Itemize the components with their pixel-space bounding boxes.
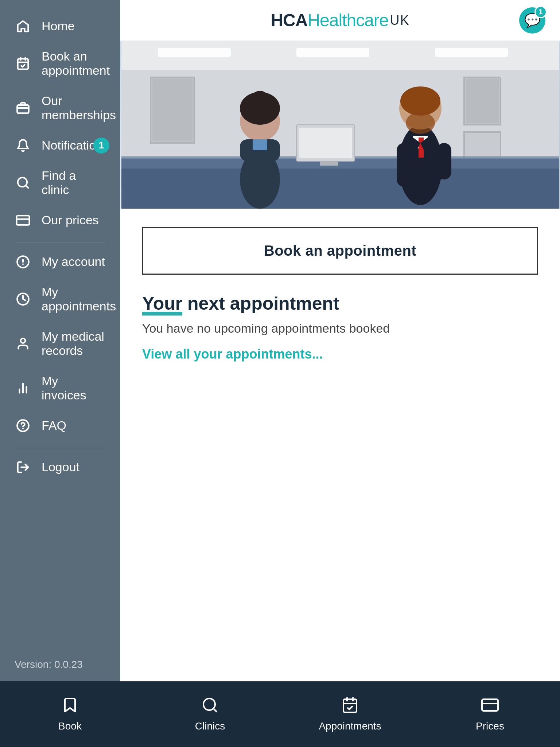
svg-rect-57 — [343, 699, 357, 712]
svg-rect-53 — [299, 128, 352, 158]
briefcase-icon — [15, 101, 31, 115]
sidebar-item-book-appointment[interactable]: Book an appointment — [0, 41, 120, 86]
svg-rect-24 — [158, 48, 231, 57]
sidebar-item-memberships[interactable]: Our memberships — [0, 86, 120, 130]
version-text: Version: 0.0.23 — [0, 648, 120, 681]
bell-icon — [15, 139, 31, 152]
nav-group-main: Home Book an appointment Our memberships — [0, 11, 120, 235]
sidebar-item-home-label: Home — [42, 19, 75, 33]
sidebar-item-my-account[interactable]: My account — [0, 247, 120, 277]
svg-rect-0 — [18, 59, 28, 69]
hero-svg — [120, 41, 560, 209]
content-area: Book an appointment Your next appointmen… — [120, 209, 560, 681]
svg-line-8 — [26, 185, 28, 188]
sidebar-item-faq-label: FAQ — [42, 418, 66, 433]
svg-rect-26 — [435, 48, 508, 57]
message-badge: 1 — [534, 6, 547, 18]
sidebar-item-book-appointment-label: Book an appointment — [42, 49, 110, 78]
bottom-nav-prices[interactable]: Prices — [420, 681, 560, 747]
sidebar-item-my-appointments[interactable]: My appointments — [0, 277, 120, 321]
bottom-nav-clinics[interactable]: Clinics — [140, 681, 280, 747]
sidebar-item-logout-label: Logout — [42, 460, 79, 474]
sidebar-item-my-invoices-label: My invoices — [42, 374, 106, 402]
logo-hca: HCA — [271, 10, 307, 30]
sidebar-item-my-account-label: My account — [42, 255, 105, 269]
bar-chart-icon — [15, 381, 31, 395]
nav-group-logout: Logout — [0, 452, 120, 482]
nav-divider-2 — [15, 448, 106, 448]
svg-rect-4 — [17, 105, 29, 113]
credit-card-icon — [15, 213, 31, 227]
svg-rect-34 — [121, 169, 559, 209]
search-icon — [15, 176, 31, 190]
question-circle-icon — [15, 419, 31, 433]
nav-divider-1 — [15, 243, 106, 243]
clock-circle-icon — [15, 292, 31, 306]
sidebar-item-our-prices[interactable]: Our prices — [0, 205, 120, 235]
user-medical-icon — [15, 337, 31, 351]
svg-point-45 — [406, 112, 435, 134]
bottom-nav-clinics-label: Clinics — [195, 720, 225, 732]
no-appointments-text: You have no upcoming appointments booked — [142, 321, 538, 336]
sidebar-item-my-medical-records[interactable]: My medical records — [0, 321, 120, 366]
svg-point-15 — [21, 338, 26, 343]
svg-rect-51 — [437, 143, 451, 179]
title-plain: next appointment — [182, 293, 339, 314]
svg-rect-54 — [320, 161, 338, 166]
bottom-nav-appointments-label: Appointments — [319, 720, 381, 732]
sidebar-item-find-clinic[interactable]: Find a clinic — [0, 160, 120, 205]
nav-group-account: My account My appointments My medical re… — [0, 247, 120, 441]
hero-image — [120, 41, 560, 209]
logo-healthcare: Healthcare — [307, 10, 388, 30]
sidebar: Home Book an appointment Our memberships — [0, 0, 120, 681]
sidebar-item-my-medical-records-label: My medical records — [42, 329, 106, 358]
bookmark-icon — [61, 696, 79, 717]
sidebar-item-my-invoices[interactable]: My invoices — [0, 366, 120, 410]
sidebar-item-logout[interactable]: Logout — [0, 452, 120, 482]
view-all-appointments-link[interactable]: View all your appointments... — [142, 347, 323, 361]
title-highlight: Your — [142, 293, 182, 314]
next-appointment-title: Your next appointment — [142, 293, 538, 314]
svg-rect-9 — [17, 216, 30, 225]
svg-point-39 — [250, 91, 270, 111]
logout-icon — [15, 460, 31, 474]
bottom-nav-appointments[interactable]: Appointments — [280, 681, 420, 747]
svg-rect-31 — [466, 79, 499, 123]
prices-credit-card-icon — [481, 696, 499, 717]
sidebar-item-memberships-label: Our memberships — [42, 94, 116, 122]
message-button[interactable]: 💬 1 — [519, 7, 545, 34]
notifications-badge: 1 — [93, 138, 109, 154]
svg-line-56 — [213, 708, 217, 712]
svg-rect-61 — [482, 699, 498, 711]
bottom-nav-book[interactable]: Book — [0, 681, 140, 747]
sidebar-item-faq[interactable]: FAQ — [0, 410, 120, 441]
home-icon — [15, 19, 31, 33]
sidebar-nav: Home Book an appointment Our memberships — [0, 0, 120, 648]
sidebar-item-my-appointments-label: My appointments — [42, 285, 116, 313]
main-content: HCA Healthcare UK 💬 1 — [120, 0, 560, 681]
bottom-nav-book-label: Book — [58, 720, 82, 732]
app-header: HCA Healthcare UK 💬 1 — [120, 0, 560, 41]
bottom-nav: Book Clinics Appointments Prices — [0, 681, 560, 747]
svg-rect-50 — [397, 143, 411, 187]
logo-uk: UK — [390, 13, 410, 28]
svg-rect-41 — [253, 139, 267, 150]
svg-point-44 — [400, 86, 440, 116]
sidebar-item-notifications[interactable]: Notifications 1 — [0, 130, 120, 160]
sidebar-item-home[interactable]: Home — [0, 11, 120, 41]
svg-rect-29 — [152, 79, 192, 141]
sidebar-item-our-prices-label: Our prices — [42, 213, 99, 227]
svg-rect-25 — [296, 48, 369, 57]
sidebar-item-find-clinic-label: Find a clinic — [42, 169, 106, 197]
clinics-search-icon — [201, 696, 219, 717]
app-logo: HCA Healthcare UK — [271, 10, 409, 30]
info-circle-icon — [15, 255, 31, 269]
book-appointment-button[interactable]: Book an appointment — [142, 227, 538, 275]
appointments-calendar-icon — [341, 696, 359, 717]
calendar-check-icon — [15, 57, 31, 70]
bottom-nav-prices-label: Prices — [476, 720, 504, 732]
